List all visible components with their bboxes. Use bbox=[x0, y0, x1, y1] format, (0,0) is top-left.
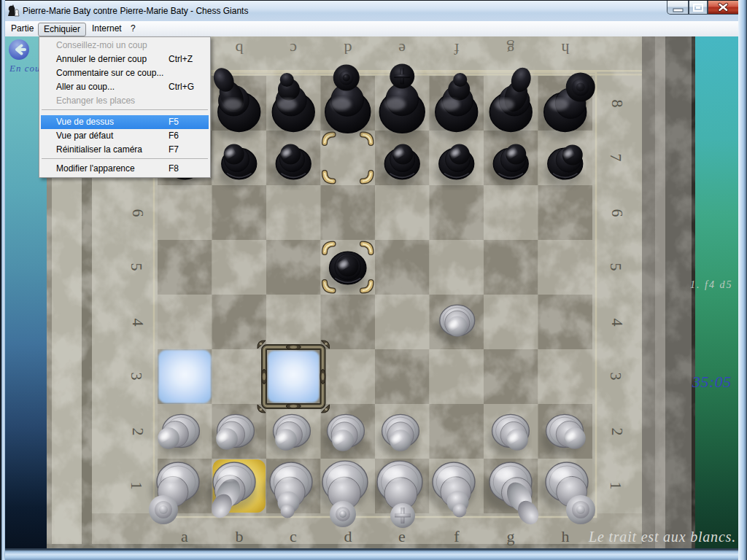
svg-text:1: 1 bbox=[128, 482, 146, 490]
svg-text:c: c bbox=[290, 527, 297, 545]
svg-text:6: 6 bbox=[129, 209, 147, 217]
svg-text:g: g bbox=[507, 40, 515, 58]
svg-text:f: f bbox=[454, 40, 460, 58]
svg-text:g: g bbox=[507, 527, 515, 545]
svg-text:b: b bbox=[236, 40, 244, 58]
svg-text:6: 6 bbox=[608, 209, 627, 217]
svg-text:3: 3 bbox=[128, 373, 146, 381]
svg-text:f: f bbox=[454, 527, 460, 545]
svg-text:7: 7 bbox=[607, 154, 625, 162]
svg-text:a: a bbox=[181, 527, 188, 545]
svg-text:4: 4 bbox=[608, 319, 627, 327]
svg-text:e: e bbox=[398, 40, 406, 58]
svg-text:b: b bbox=[236, 527, 244, 545]
svg-text:2: 2 bbox=[129, 428, 147, 436]
svg-text:h: h bbox=[562, 40, 570, 58]
svg-text:d: d bbox=[344, 527, 352, 545]
svg-text:1: 1 bbox=[607, 482, 625, 490]
svg-text:d: d bbox=[344, 40, 352, 58]
svg-text:c: c bbox=[290, 40, 297, 58]
svg-text:4: 4 bbox=[129, 319, 147, 327]
svg-text:2: 2 bbox=[608, 428, 627, 436]
svg-text:e: e bbox=[398, 527, 406, 545]
svg-text:3: 3 bbox=[607, 373, 625, 381]
svg-text:8: 8 bbox=[608, 100, 627, 108]
svg-text:h: h bbox=[562, 527, 570, 545]
svg-text:5: 5 bbox=[128, 263, 146, 271]
svg-text:5: 5 bbox=[607, 263, 625, 271]
